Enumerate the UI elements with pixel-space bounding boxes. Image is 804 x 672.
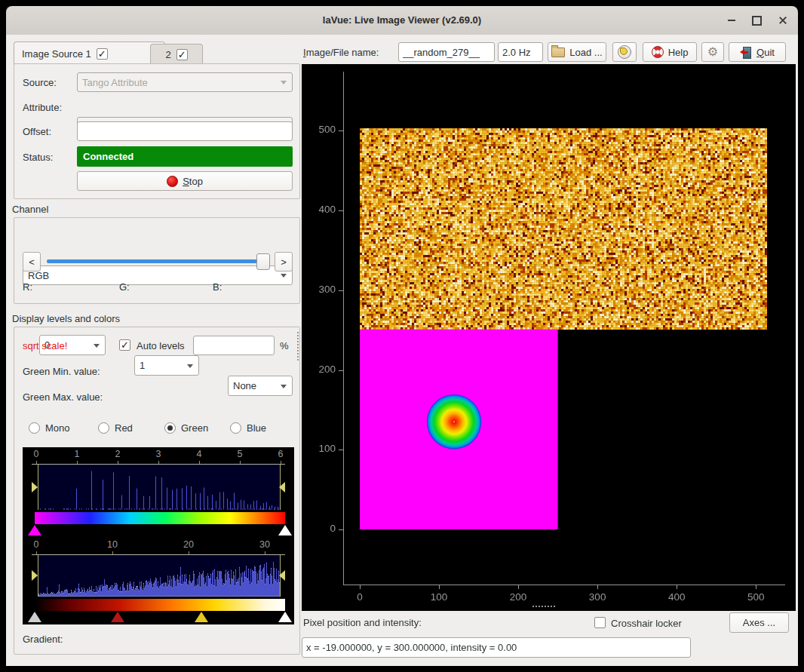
folder-icon: [551, 48, 565, 57]
offset-label: Offset:: [23, 126, 51, 137]
close-button[interactable]: [774, 11, 792, 29]
quit-button-label: Quit: [756, 47, 775, 58]
vertical-splitter-handle[interactable]: [297, 332, 299, 361]
source-combobox[interactable]: Tango Attribute: [77, 72, 293, 92]
radio-green[interactable]: Green: [164, 422, 208, 434]
channel-radio-row: MonoRedGreenBlue: [14, 421, 299, 437]
load-button[interactable]: Load ...: [548, 42, 606, 62]
stop-button-label: Stop: [183, 176, 203, 187]
horizontal-splitter-handle[interactable]: [532, 606, 555, 607]
hist-tick-label: 2: [104, 449, 131, 459]
y-tick-mark: [339, 450, 343, 450]
status-badge: Connected: [77, 146, 293, 167]
window-title: laVue: Live Image Viewer (v2.69.0): [6, 6, 798, 35]
minimize-button[interactable]: [723, 11, 741, 29]
gradient-stop-yellow[interactable]: [195, 612, 208, 622]
stop-record-icon: [167, 176, 178, 187]
gradient-stop-white[interactable]: [278, 612, 292, 622]
status-label: Status:: [23, 152, 53, 163]
channel-slider-track[interactable]: [47, 259, 267, 263]
x-tick-label: 100: [422, 591, 456, 603]
timer-button[interactable]: [612, 42, 637, 62]
tab-2-checkbox[interactable]: [176, 49, 188, 60]
radio-red[interactable]: Red: [98, 422, 133, 434]
channel-mode-combobox[interactable]: RGB: [23, 265, 293, 285]
auto-levels-checkbox[interactable]: [119, 339, 130, 351]
maximize-button[interactable]: [747, 11, 766, 29]
status-value: Connected: [83, 151, 133, 162]
help-button[interactable]: Help: [643, 42, 697, 62]
radio-blue[interactable]: Blue: [230, 422, 266, 434]
crosshair-locker-label: Crosshair locker: [611, 618, 682, 629]
file-name-input[interactable]: [398, 42, 495, 62]
region-min-handle[interactable]: [32, 570, 38, 581]
x-tick-mark: [597, 585, 598, 589]
y-tick-mark: [339, 370, 343, 371]
radio-icon[interactable]: [164, 422, 176, 434]
gradient-stop-black[interactable]: [28, 612, 41, 622]
green-min-label: Green Min. value:: [23, 366, 100, 377]
source-value: Tango Attribute: [82, 77, 148, 88]
x-axis-line: [343, 585, 785, 585]
y-tick-mark: [339, 290, 343, 291]
x-tick-mark: [360, 585, 361, 589]
y-tick-mark: [339, 130, 343, 131]
levels-histogram-canvas: [38, 465, 281, 510]
channel-prev-button[interactable]: <: [23, 252, 41, 272]
y-tick-label: 500: [305, 124, 336, 135]
settings-button[interactable]: ⚙: [701, 42, 724, 62]
pixel-position-label: Pixel position and intensity:: [303, 617, 422, 628]
hist-tick-label: 0: [23, 539, 50, 550]
hist-tick-label: 6: [267, 449, 294, 459]
image-plot[interactable]: 01002003004005000100200300400500: [302, 64, 796, 611]
radio-icon[interactable]: [98, 422, 109, 434]
gradient-stop-magenta[interactable]: [28, 525, 41, 535]
crosshair-locker-checkbox[interactable]: [594, 617, 606, 628]
lifebuoy-icon: [652, 46, 664, 58]
radio-icon[interactable]: [230, 422, 241, 434]
display-group-title: Display levels and colors: [12, 313, 120, 324]
gradient-stop-white[interactable]: [278, 525, 292, 535]
x-tick-label: 0: [343, 591, 376, 603]
hist-tick-label: 1: [63, 449, 91, 459]
tab-image-source-2[interactable]: 2: [150, 44, 203, 65]
tab-image-source-1[interactable]: Image Source 1: [14, 41, 165, 65]
stop-button[interactable]: Stop: [77, 171, 293, 191]
hist-tick-label: 4: [186, 449, 213, 459]
clock-icon: [618, 45, 631, 59]
auto-levels-percent-input[interactable]: [193, 336, 275, 355]
channel-group-title: Channel: [12, 204, 48, 215]
refresh-rate-input[interactable]: [498, 42, 543, 62]
gradient-stop-red[interactable]: [111, 612, 124, 622]
live-image-canvas[interactable]: [343, 72, 784, 585]
hist-tick-label: 10: [99, 539, 126, 550]
tab-1-checkbox[interactable]: [97, 48, 108, 60]
region-min-line[interactable]: [38, 465, 38, 510]
radio-icon[interactable]: [29, 422, 40, 434]
pixel-position-readout[interactable]: [302, 637, 691, 658]
thermal-gradient-bar[interactable]: [35, 599, 285, 611]
axes-button[interactable]: Axes ...: [729, 612, 789, 633]
prev-arrow-label: <: [29, 256, 35, 268]
radio-label: Red: [115, 422, 133, 434]
channel-slider-handle[interactable]: [256, 253, 270, 270]
channel-next-button[interactable]: >: [275, 252, 293, 272]
offset-input[interactable]: [77, 121, 293, 141]
radio-mono[interactable]: Mono: [29, 422, 70, 434]
spectrum-gradient-bar[interactable]: [35, 512, 285, 524]
region-min-handle[interactable]: [32, 482, 38, 492]
radio-label: Blue: [247, 422, 266, 434]
full-histogram-canvas: [38, 555, 281, 597]
region-min-line[interactable]: [38, 555, 38, 597]
y-tick-label: 200: [305, 364, 336, 375]
x-tick-label: 200: [502, 591, 535, 603]
x-tick-label: 500: [739, 591, 772, 603]
quit-button[interactable]: Quit: [729, 42, 786, 62]
r-channel-label: R:: [23, 281, 32, 293]
x-tick-mark: [439, 585, 440, 589]
attribute-label: Attribute:: [23, 102, 62, 113]
close-icon: [778, 16, 787, 25]
titlebar[interactable]: laVue: Live Image Viewer (v2.69.0): [6, 6, 798, 35]
full-histogram-axis: 0102030: [23, 538, 294, 556]
help-button-label: Help: [668, 47, 689, 58]
